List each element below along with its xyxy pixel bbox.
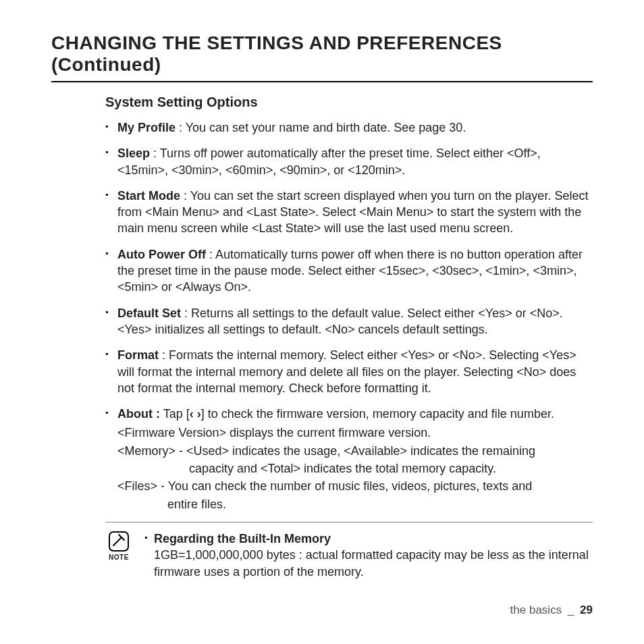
options-list: My Profile : You can set your name and b… [105,119,593,512]
option-sep: : [180,189,190,203]
option-sep: : [159,348,169,362]
option-title: Auto Power Off [117,248,206,261]
option-my-profile: My Profile : You can set your name and b… [105,119,593,136]
note-icon: NOTE [105,531,132,561]
section-subhead: System Setting Options [105,95,593,110]
option-sep: : [176,121,186,134]
option-title: About : [117,407,160,421]
option-default-set: Default Set : Returns all settings to th… [105,305,593,338]
section-divider [105,522,593,522]
option-title: My Profile [117,121,176,134]
option-format: Format : Formats the internal memory. Se… [105,347,593,396]
about-memory-line-a: <Memory> - <Used> indicates the usage, <… [117,443,593,459]
about-memory-line-b: capacity and <Total> indicates the total… [117,460,593,477]
option-sep: : [206,248,215,261]
page-title: CHANGING THE SETTINGS AND PREFERENCES (C… [51,32,593,82]
option-title: Default Set [117,306,181,320]
option-title: Start Mode [117,189,180,203]
option-title: Format [117,348,159,362]
footer-separator: _ [568,603,574,616]
content-area: System Setting Options My Profile : You … [51,95,593,580]
option-desc: You can set your name and birth date. Se… [186,121,466,134]
note-block: NOTE Regarding the Built-In Memory 1GB=1… [105,531,593,580]
about-files-line-a: <Files> - You can check the number of mu… [117,478,593,494]
option-desc: Formats the internal memory. Select eith… [117,348,576,395]
option-about: About : Tap [‹ ›] to check the firmware … [105,406,593,512]
option-sep: : [181,306,191,320]
footer-section: the basics [510,603,562,616]
note-title: Regarding the Built-In Memory [154,532,331,545]
about-files-line-b: entire files. [117,496,593,512]
option-sleep: Sleep : Turns off power automatically af… [105,145,593,178]
option-title: Sleep [117,146,150,160]
option-desc: Turns off power automatically after the … [117,146,541,176]
option-sep: : [150,146,160,160]
manual-page: CHANGING THE SETTINGS AND PREFERENCES (C… [0,0,644,644]
about-sublines: <Firmware Version> displays the current … [117,425,593,512]
footer-page-number: 29 [580,603,593,616]
option-auto-power-off: Auto Power Off : Automatically turns pow… [105,246,593,296]
about-lead-a: Tap [ [160,407,190,421]
note-heading-item: Regarding the Built-In Memory [144,531,593,547]
page-footer: the basics _ 29 [510,603,593,617]
note-label: NOTE [105,554,132,561]
about-firmware-line: <Firmware Version> displays the current … [117,425,593,441]
nav-left-right-icon: ‹ › [190,407,201,421]
option-start-mode: Start Mode : You can set the start scree… [105,188,593,237]
note-body: 1GB=1,000,000,000 bytes : actual formatt… [144,547,593,580]
about-lead-b: ] to check the firmware version, memory … [201,407,554,421]
